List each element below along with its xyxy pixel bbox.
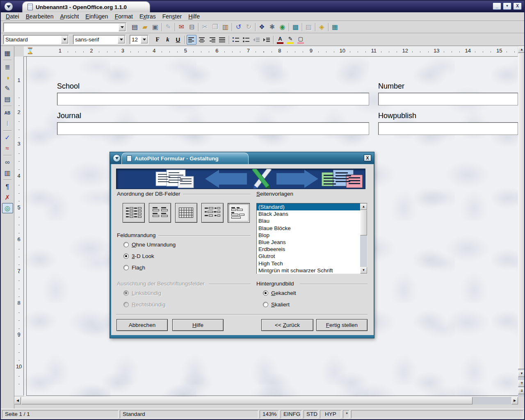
new-document-icon[interactable]: ▤ xyxy=(130,22,140,32)
scroll-up-button[interactable]: ▲ xyxy=(518,46,525,53)
align-left-button[interactable] xyxy=(187,35,196,45)
radio-tiled[interactable]: Gekachelt xyxy=(263,290,296,296)
separator[interactable] xyxy=(197,22,200,32)
radio-no-border[interactable]: Ohne Umrandung xyxy=(123,242,176,248)
navigator-icon[interactable]: ❖ xyxy=(257,22,267,32)
layout-columns-labels-above-button[interactable] xyxy=(149,203,171,223)
separator[interactable] xyxy=(2,129,13,132)
minimize-button[interactable]: _ xyxy=(493,2,501,10)
cut-icon[interactable]: ✂ xyxy=(200,22,210,32)
journal-input[interactable] xyxy=(57,122,369,135)
spellcheck-icon[interactable]: ✓ xyxy=(2,132,13,143)
style-item-high-tech[interactable]: High Tech xyxy=(257,260,360,267)
highlighting-button[interactable]: ✎ xyxy=(285,35,295,45)
horizontal-scrollbar[interactable]: ◀ ▶ xyxy=(14,397,518,404)
menu-ansicht[interactable]: Ansicht xyxy=(57,13,82,20)
next-page-button[interactable]: ⇊ xyxy=(518,388,525,394)
separator[interactable] xyxy=(2,59,13,62)
separator[interactable] xyxy=(301,22,304,32)
size-dropdown-button[interactable] xyxy=(141,36,148,43)
separator[interactable] xyxy=(327,22,330,32)
layout-columns-labels-left-button[interactable] xyxy=(123,203,145,223)
font-size-combobox[interactable]: 12 xyxy=(130,35,148,44)
insert-index-icon[interactable]: I xyxy=(2,119,13,129)
scroll-right-button[interactable]: ▶ xyxy=(511,397,518,404)
paragraph-style-combobox[interactable]: Standard xyxy=(3,35,69,44)
data-source-view-icon[interactable]: ▥ xyxy=(2,168,13,178)
separator[interactable] xyxy=(231,22,233,32)
dialog-close-button[interactable]: X xyxy=(364,155,371,161)
decrease-indent-button[interactable] xyxy=(251,35,261,45)
status-zoom[interactable]: 143% xyxy=(260,410,279,418)
scrollbar-thumb[interactable] xyxy=(360,210,367,235)
separator[interactable] xyxy=(173,22,176,32)
scroll-left-button[interactable]: ◀ xyxy=(14,397,21,404)
separator[interactable] xyxy=(2,154,13,157)
menu-fenster[interactable]: Fenster xyxy=(159,13,185,20)
italic-button[interactable]: k xyxy=(163,35,173,45)
style-item-mintgruen[interactable]: Mintgrün mit schwarzer Schrift xyxy=(257,267,360,274)
nonprinting-characters-icon[interactable]: ¶ xyxy=(2,182,13,192)
save-icon[interactable]: ▣ xyxy=(150,22,160,32)
data-sources-icon[interactable]: ▦ xyxy=(330,22,340,32)
bullet-list-button[interactable] xyxy=(241,35,251,45)
insert-graphic-icon[interactable]: ▨ xyxy=(304,22,314,32)
document-as-email-icon[interactable]: ✉ xyxy=(176,22,187,32)
window-titlebar[interactable]: Unbenannt3 - OpenOffice.org 1.1.0 _ ▼ X xyxy=(1,1,524,12)
close-button[interactable]: X xyxy=(513,2,522,10)
insert-object-icon[interactable]: ◑ xyxy=(2,73,13,83)
layout-as-table-button[interactable] xyxy=(175,203,197,223)
draw-functions-icon[interactable]: ✎ xyxy=(2,83,13,94)
style-item-blau[interactable]: Blau xyxy=(257,217,360,224)
scrollbar-thumb[interactable] xyxy=(21,397,472,404)
style-item-blue-jeans[interactable]: Blue Jeans xyxy=(257,239,360,246)
menu-bearbeiten[interactable]: Bearbeiten xyxy=(23,13,57,20)
scroll-up-button[interactable]: ▲ xyxy=(360,203,367,210)
menu-einfuegen[interactable]: Einfügen xyxy=(82,13,111,20)
style-item-standard[interactable]: (Standard) xyxy=(257,203,360,210)
status-page-style[interactable]: Standard xyxy=(120,410,258,418)
edit-file-icon[interactable]: ✎ xyxy=(163,22,173,32)
justify-button[interactable] xyxy=(217,35,227,45)
radio-flat[interactable]: Flach xyxy=(123,265,145,271)
redo-icon[interactable]: ↻ xyxy=(244,22,254,32)
bold-button[interactable]: F xyxy=(153,35,162,45)
style-item-black-jeans[interactable]: Black Jeans xyxy=(257,210,360,217)
layout-blocks-labels-above-button[interactable] xyxy=(228,203,250,223)
indent-marker-icon[interactable]: ⌛ xyxy=(26,47,34,55)
status-hyperlink-mode[interactable]: HYP xyxy=(320,410,341,418)
school-input[interactable] xyxy=(57,93,369,105)
insert-form-icon[interactable]: ▤ xyxy=(2,94,13,104)
navigation-icon[interactable]: ◈ xyxy=(317,22,327,32)
separator[interactable] xyxy=(2,105,13,107)
gallery-icon[interactable]: ▩ xyxy=(290,22,301,32)
graphics-off-icon[interactable]: ✗ xyxy=(2,192,13,203)
find-icon[interactable]: ∞ xyxy=(2,157,13,167)
online-layout-icon[interactable]: ◎ xyxy=(2,203,13,213)
separator[interactable] xyxy=(2,178,13,181)
menu-format[interactable]: Format xyxy=(112,13,136,20)
hyperlink-icon[interactable]: ◉ xyxy=(277,22,288,32)
dialog-titlebar[interactable]: AutoPilot Formular - Gestaltung X xyxy=(110,152,374,164)
separator[interactable] xyxy=(160,22,163,32)
previous-page-button[interactable]: ⇈ xyxy=(518,380,525,387)
dialog-title-tab[interactable]: AutoPilot Formular - Gestaltung xyxy=(121,153,249,164)
copy-icon[interactable]: ❐ xyxy=(210,22,220,32)
style-dropdown-button[interactable] xyxy=(61,36,68,43)
layout-blocks-labels-left-button[interactable] xyxy=(201,203,224,223)
status-modified-flag[interactable]: * xyxy=(343,410,349,418)
status-insert-mode[interactable]: EINFG xyxy=(281,410,302,418)
cancel-button[interactable]: Abbrechen xyxy=(116,319,168,331)
separator[interactable] xyxy=(314,22,317,32)
font-color-button[interactable]: A xyxy=(275,35,285,45)
status-page[interactable]: Seite 1 / 1 xyxy=(2,410,119,418)
window-title-tab[interactable]: Unbenannt3 - OpenOffice.org 1.1.0 xyxy=(22,1,150,12)
radio-scaled[interactable]: Skaliert xyxy=(263,301,290,308)
separator[interactable] xyxy=(254,22,257,32)
print-icon[interactable]: ⊟ xyxy=(187,22,197,32)
separator[interactable] xyxy=(288,22,290,32)
style-item-erdbeereis[interactable]: Erdbeereis xyxy=(257,246,360,253)
menu-datei[interactable]: Datei xyxy=(2,13,23,20)
dialog-menu-button[interactable] xyxy=(113,154,121,162)
url-dropdown-button[interactable] xyxy=(119,23,126,31)
